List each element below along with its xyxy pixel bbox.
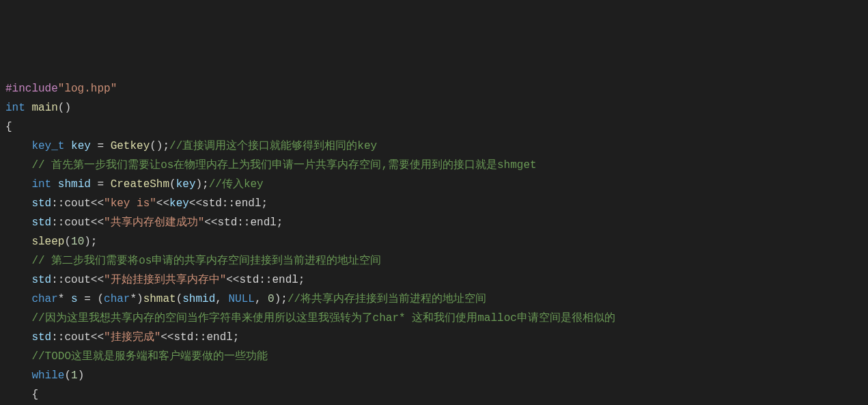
code-line: { xyxy=(5,385,868,404)
number: 10 xyxy=(71,236,84,248)
parens: () xyxy=(58,102,71,114)
var-key: key xyxy=(71,140,91,152)
keyword-while: while xyxy=(31,369,64,382)
code-line: int main() xyxy=(5,98,868,117)
comment-todo: //TODO这里就是服务端和客户端要做的一些功能 xyxy=(31,350,268,363)
keyword-int: int xyxy=(31,178,51,191)
code-line: // 第二步我们需要将os申请的共享内存空间挂接到当前进程的地址空间 xyxy=(5,251,868,270)
func-shmat: shmat xyxy=(143,293,176,305)
string-literal: "开始挂接到共享内存中" xyxy=(104,274,226,286)
func-sleep: sleep xyxy=(31,236,64,248)
comment: // 第二步我们需要将os申请的共享内存空间挂接到当前进程的地址空间 xyxy=(31,255,381,267)
code-line: key_t key = Getkey();//直接调用这个接口就能够得到相同的k… xyxy=(5,137,868,156)
code-line: std::cout<<"key is"<<key<<std::endl; xyxy=(5,194,868,213)
code-line: // 首先第一步我们需要让os在物理内存上为我们申请一片共享内存空间,需要使用到… xyxy=(5,156,868,175)
function-main: main xyxy=(31,102,57,114)
brace-open: { xyxy=(5,121,12,133)
code-line: while(1) xyxy=(5,366,868,385)
code-line: std::cout<<"共享内存创建成功"<<std::endl; xyxy=(5,213,868,232)
code-line: int shmid = CreateShm(key);//传入key xyxy=(5,175,868,194)
const-null: NULL xyxy=(228,293,254,305)
var-s: s xyxy=(71,293,78,305)
preprocessor: #include xyxy=(5,83,58,95)
code-line: sleep(10); xyxy=(5,232,868,251)
comment: //将共享内存挂接到当前进程的地址空间 xyxy=(288,293,486,305)
comment: // 首先第一步我们需要让os在物理内存上为我们申请一片共享内存空间,需要使用到… xyxy=(31,159,536,171)
keyword-int: int xyxy=(5,102,25,114)
comment: //直接调用这个接口就能够得到相同的key xyxy=(169,140,377,152)
string-literal: "挂接完成" xyxy=(104,331,160,344)
code-line: char* s = (char*)shmat(shmid, NULL, 0);/… xyxy=(5,290,868,309)
type-key_t: key_t xyxy=(31,140,64,152)
func-createshm: CreateShm xyxy=(111,178,169,191)
var-shmid: shmid xyxy=(58,178,91,191)
code-line: { xyxy=(5,117,868,137)
comment: //传入key xyxy=(209,178,264,191)
comment: //因为这里我想共享内存的空间当作字符串来使用所以这里我强转为了char* 这和… xyxy=(31,312,615,324)
code-line: //因为这里我想共享内存的空间当作字符串来使用所以这里我强转为了char* 这和… xyxy=(5,309,868,328)
code-line: #include"log.hpp" xyxy=(5,79,868,98)
code-line: std::cout<<"开始挂接到共享内存中"<<std::endl; xyxy=(5,270,868,290)
number: 0 xyxy=(268,293,275,305)
code-editor[interactable]: #include"log.hpp"int main(){ key_t key =… xyxy=(5,79,868,405)
keyword-char: char xyxy=(31,293,57,305)
code-line: std::cout<<"挂接完成"<<std::endl; xyxy=(5,328,868,347)
number: 1 xyxy=(71,369,78,382)
code-line: //TODO这里就是服务端和客户端要做的一些功能 xyxy=(5,347,868,366)
string-literal: "key is" xyxy=(104,197,156,210)
brace-open: { xyxy=(31,389,38,401)
string-literal: "共享内存创建成功" xyxy=(104,217,204,229)
include-path: "log.hpp" xyxy=(58,83,117,95)
func-getkey: Getkey xyxy=(111,140,150,152)
